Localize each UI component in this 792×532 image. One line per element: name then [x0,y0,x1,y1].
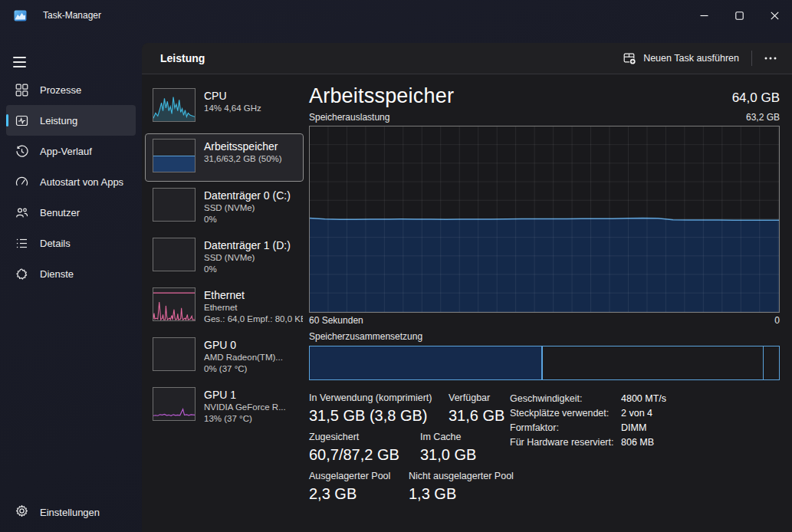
perf-item-sub: SSD (NVMe) [204,202,291,214]
info-label: Für Hardware reserviert: [510,437,621,448]
run-task-icon [623,52,636,65]
perf-item-sub: NVIDIA GeForce R... [204,402,286,413]
info-label: Steckplätze verwendet: [510,408,621,419]
stat-value: 1,3 GB [409,485,514,503]
sidebar-item-benutzer[interactable]: Benutzer [6,197,136,228]
stat-value: 60,7/87,2 GB [309,446,420,464]
history-clock-icon [15,145,28,158]
sidebar-item-label: Dienste [40,268,74,280]
memory-thumbnail-fill [153,156,195,172]
close-icon [771,11,779,20]
ethernet-thumbnail-graph [153,287,196,321]
minimize-icon [700,11,708,20]
hamburger-button[interactable] [11,49,38,75]
minimize-button[interactable] [686,0,721,31]
performance-icon [15,114,28,127]
info-value: 4800 MT/s [621,393,666,404]
main-panel: Leistung Neuen Task ausführen [142,43,792,532]
memory-thumbnail-graph [153,139,196,172]
perf-item-gpu-1[interactable]: GPU 1 NVIDIA GeForce R... 13% (37 °C) [142,382,303,432]
sidebar-item-label: Benutzer [40,207,80,218]
panel-header: Leistung Neuen Task ausführen [142,43,792,74]
info-value: DIMM [621,422,666,433]
sidebar-item-app-verlauf[interactable]: App-Verlauf [6,136,136,166]
usage-chart-label: Speicherauslastung [309,112,389,123]
stat-label: Verfügbar [449,392,504,403]
hamburger-icon [13,57,26,58]
stat-label: In Verwendung (komprimiert) [309,392,449,403]
sidebar-item-prozesse[interactable]: Prozesse [6,74,136,105]
cpu-thumbnail-graph [153,88,196,122]
gpu0-thumbnail-graph [153,337,196,371]
sidebar-item-details[interactable]: Details [6,228,136,258]
perf-item-datentraeger-0[interactable]: Datenträger 0 (C:) SSD (NVMe) 0% [142,182,303,232]
perf-item-name: GPU 1 [204,388,286,402]
sidebar-item-label: Leistung [40,115,77,126]
disk0-thumbnail-graph [153,188,196,222]
sidebar-item-label: App-Verlauf [40,146,92,157]
details-list-icon [15,237,28,250]
sidebar-item-autostart[interactable]: Autostart von Apps [6,166,136,197]
info-label: Geschwindigkeit: [510,393,621,404]
performance-list: CPU 14% 4,64 GHz Arbeitsspeicher 31,6/63… [142,74,304,532]
stat-value: 31,5 GB (3,8 GB) [309,407,449,425]
time-axis-start: 60 Sekunden [309,315,363,326]
startup-gauge-icon [15,176,28,189]
detail-title: Arbeitsspeicher [309,84,454,108]
perf-item-name: Datenträger 1 (D:) [204,238,291,252]
perf-item-datentraeger-1[interactable]: Datenträger 1 (D:) SSD (NVMe) 0% [142,232,303,282]
hardware-info: Geschwindigkeit: 4800 MT/s Steckplätze v… [510,393,666,448]
task-manager-window: Task-Manager Proz [0,0,792,532]
sidebar-item-einstellungen[interactable]: Einstellungen [6,497,136,527]
sidebar-item-label: Prozesse [40,84,81,96]
perf-item-sub: 0% [204,264,291,275]
services-gear-icon [15,268,28,281]
time-axis-end: 0 [774,315,780,326]
settings-gear-icon [15,504,28,520]
perf-item-sub: SSD (NVMe) [204,252,291,264]
perf-item-sub: Ethernet [204,302,303,314]
sidebar-item-leistung[interactable]: Leistung [6,105,136,136]
perf-item-cpu[interactable]: CPU 14% 4,64 GHz [142,83,303,133]
perf-item-sub: 14% 4,64 GHz [204,103,261,114]
window-title: Task-Manager [43,10,101,21]
app-icon [14,9,27,22]
perf-item-ethernet[interactable]: Ethernet Ethernet Ges.: 64,0 Empf.: 80,0… [142,282,303,332]
users-icon [15,206,28,219]
perf-item-sub: 0% (37 °C) [204,363,283,375]
perf-item-sub: 31,6/63,2 GB (50%) [204,153,282,165]
info-value: 806 MB [621,437,666,448]
window-controls [686,0,792,31]
perf-item-arbeitsspeicher[interactable]: Arbeitsspeicher 31,6/63,2 GB (50%) [146,134,303,181]
run-new-task-button[interactable]: Neuen Task ausführen [616,48,747,70]
perf-item-sub: AMD Radeon(TM)... [204,352,283,363]
perf-item-sub: Ges.: 64,0 Empf.: 80,0 KB [204,314,303,325]
stat-label: Zugesichert [309,432,420,442]
composition-reserved-divider [763,346,764,379]
stat-value: 31,6 GB [449,407,504,425]
perf-item-gpu-0[interactable]: GPU 0 AMD Radeon(TM)... 0% (37 °C) [142,332,303,382]
perf-item-name: Arbeitsspeicher [204,140,282,153]
info-value: 2 von 4 [621,408,666,419]
more-options-button[interactable] [757,52,784,64]
perf-item-name: Datenträger 0 (C:) [204,189,291,202]
stat-value: 31,0 GB [420,446,476,464]
stat-label: Nicht ausgelagerter Pool [409,471,514,481]
maximize-icon [735,11,744,20]
maximize-button[interactable] [721,0,757,31]
processes-icon [15,84,28,97]
stat-label: Ausgelagerter Pool [309,471,409,481]
memory-total: 64,0 GB [732,90,780,108]
sidebar-item-dienste[interactable]: Dienste [6,258,136,289]
page-title: Leistung [160,52,205,64]
composition-in-use-segment [310,346,543,379]
more-icon [764,57,777,60]
usage-chart-max: 63,2 GB [746,112,780,123]
settings-label: Einstellungen [40,507,100,518]
stat-value: 2,3 GB [309,485,409,503]
titlebar: Task-Manager [0,0,792,31]
memory-composition-bar [309,346,780,380]
close-button[interactable] [757,0,792,31]
composition-label: Speicherzusammensetzung [309,331,780,342]
perf-item-name: CPU [204,89,261,103]
